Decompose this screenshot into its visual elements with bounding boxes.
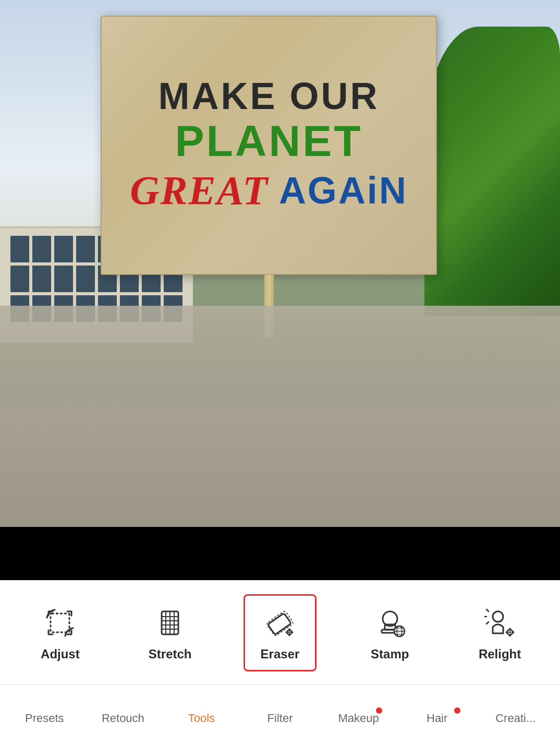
adjust-label: Adjust [41,647,80,661]
filter-label: Filter [267,712,293,725]
stretch-icon [151,604,189,642]
nav-hair[interactable]: Hair [398,706,477,725]
svg-rect-0 [51,613,69,632]
sign-again: AGAiN [279,169,408,212]
stamp-label: Stamp [371,647,409,661]
tool-adjust[interactable]: Adjust [23,596,96,670]
protest-sign: MAKE OUR PLANET GREAT AGAiN [101,16,436,332]
hair-dot [454,707,460,714]
tool-stretch[interactable]: Stretch [133,596,206,670]
sign-board: MAKE OUR PLANET GREAT AGAiN [101,16,436,275]
tools-toolbar: Adjust Stretch [0,580,560,684]
relight-icon [481,604,519,642]
tools-label: Tools [188,712,215,725]
ground-area [0,306,560,527]
nav-makeup[interactable]: Makeup [319,706,398,725]
tool-eraser[interactable]: Eraser [244,594,316,671]
nav-filter[interactable]: Filter [241,706,320,725]
relight-label: Relight [479,647,521,661]
retouch-label: Retouch [102,712,144,725]
adjust-icon [41,604,79,642]
photo-canvas: MAKE OUR PLANET GREAT AGAiN [0,0,560,527]
sign-line1: MAKE OUR [159,77,380,115]
trees [424,27,560,317]
tool-relight[interactable]: Relight [464,596,537,670]
stamp-icon [371,604,409,642]
eraser-label: Eraser [261,647,300,661]
eraser-icon [261,604,299,642]
hair-label: Hair [427,712,447,725]
svg-line-25 [486,622,489,624]
svg-point-22 [493,611,503,622]
nav-retouch[interactable]: Retouch [84,706,163,725]
sign-great: GREAT [130,167,269,214]
sign-line3: GREAT AGAiN [130,167,408,214]
presets-label: Presets [25,712,64,725]
stretch-label: Stretch [149,647,192,661]
svg-line-23 [486,609,489,611]
nav-presets[interactable]: Presets [5,706,84,725]
tool-stamp[interactable]: Stamp [354,596,427,670]
bottom-navigation: Presets Retouch Tools Filter Makeup Hair… [0,684,560,746]
makeup-label: Makeup [338,712,379,725]
nav-tools[interactable]: Tools [162,706,241,725]
nav-creative[interactable]: Creati... [476,706,555,725]
sign-line2: PLANET [175,119,363,163]
makeup-dot [376,707,382,714]
creative-label: Creati... [495,712,535,725]
